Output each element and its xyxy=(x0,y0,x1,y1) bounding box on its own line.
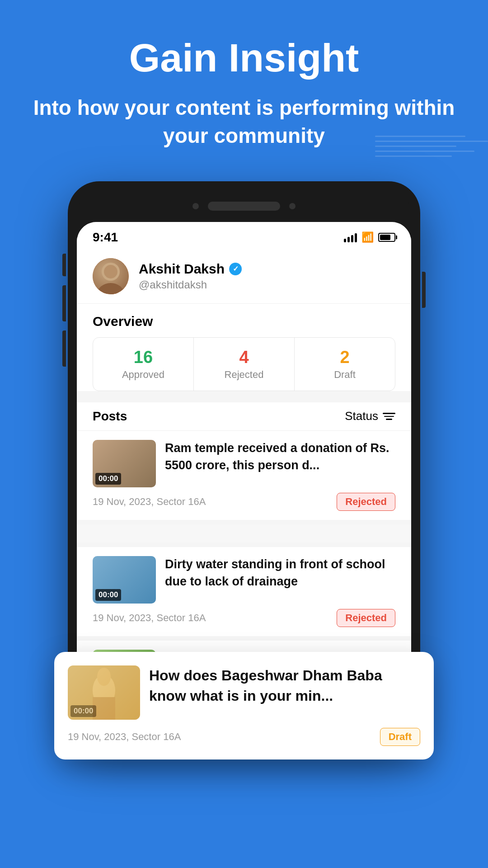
floating-meta: 19 Nov, 2023, Sector 16A Draft xyxy=(68,728,420,746)
post-thumbnail: 00:00 xyxy=(93,440,156,487)
post-title: Dirty water standing in front of school … xyxy=(165,556,395,590)
verified-badge: ✓ xyxy=(229,263,242,275)
profile-name: Akshit Daksh xyxy=(139,261,225,277)
signal-icon xyxy=(344,232,357,242)
profile-handle: @akshitdaksh xyxy=(139,278,395,291)
approved-label: Approved xyxy=(100,369,187,381)
sensor-icon xyxy=(289,203,296,209)
hero-title: Gain Insight xyxy=(27,36,461,80)
svg-point-1 xyxy=(97,283,124,294)
phone-notch xyxy=(77,190,411,222)
rejected-label: Rejected xyxy=(201,369,287,381)
post-meta: 19 Nov, 2023, Sector 16A Rejected xyxy=(93,493,395,511)
video-duration: 00:00 xyxy=(95,589,121,601)
draft-label: Draft xyxy=(301,369,388,381)
approved-count: 16 xyxy=(100,348,187,367)
profile-section: Akshit Daksh ✓ @akshitdaksh xyxy=(77,249,411,304)
status-bar: 9:41 📶 xyxy=(77,222,411,249)
post-thumbnail: 00:00 xyxy=(93,556,156,604)
stat-draft: 2 Draft xyxy=(295,338,395,391)
post-meta: 19 Nov, 2023, Sector 16A Rejected xyxy=(93,609,395,627)
svg-rect-6 xyxy=(93,697,115,720)
stats-grid: 16 Approved 4 Rejected 2 Draft xyxy=(93,337,395,391)
rejected-count: 4 xyxy=(201,348,287,367)
svg-point-2 xyxy=(104,265,117,278)
floating-thumbnail: 00:00 xyxy=(68,665,140,720)
post-info: Ram temple received a donation of Rs. 55… xyxy=(165,440,395,474)
stat-approved: 16 Approved xyxy=(93,338,194,391)
floating-post-date: 19 Nov, 2023, Sector 16A xyxy=(68,731,181,743)
svg-point-5 xyxy=(97,668,111,686)
profile-name-row: Akshit Daksh ✓ xyxy=(139,261,395,277)
hero-section: Gain Insight Into how your content is pe… xyxy=(0,0,488,168)
status-icons: 📶 xyxy=(344,231,395,243)
posts-label: Posts xyxy=(93,409,127,424)
floating-post-title: How does Bageshwar Dham Baba know what i… xyxy=(149,665,420,706)
list-item[interactable]: 00:00 Dirty water standing in front of s… xyxy=(77,547,411,636)
list-item[interactable]: 00:00 Ram temple received a donation of … xyxy=(77,431,411,520)
post-info: Dirty water standing in front of school … xyxy=(165,556,395,590)
draft-count: 2 xyxy=(301,348,388,367)
mute-button xyxy=(62,254,66,276)
overview-title: Overview xyxy=(93,314,395,329)
front-camera-icon xyxy=(192,203,199,209)
status-badge: Rejected xyxy=(337,493,395,511)
post-title: Ram temple received a donation of Rs. 55… xyxy=(165,440,395,474)
overview-section: Overview 16 Approved 4 Rejected 2 Draft xyxy=(77,304,411,391)
phone-screen: 9:41 📶 xyxy=(77,222,411,711)
battery-icon xyxy=(378,233,395,242)
floating-status-badge: Draft xyxy=(380,728,420,746)
post-date: 19 Nov, 2023, Sector 16A xyxy=(93,612,206,624)
post-date: 19 Nov, 2023, Sector 16A xyxy=(93,496,206,508)
power-button xyxy=(422,272,426,308)
volume-down-button xyxy=(62,330,66,367)
status-time: 9:41 xyxy=(93,230,118,245)
filter-label: Status xyxy=(345,409,378,423)
profile-info: Akshit Daksh ✓ @akshitdaksh xyxy=(139,261,395,291)
stat-rejected: 4 Rejected xyxy=(194,338,295,391)
floating-card[interactable]: 00:00 How does Bageshwar Dham Baba know … xyxy=(54,652,434,760)
status-filter[interactable]: Status xyxy=(345,409,395,423)
status-badge: Rejected xyxy=(337,609,395,627)
filter-icon xyxy=(383,413,395,420)
hero-subtitle: Into how your content is performing with… xyxy=(27,94,461,150)
phone-container: 9:41 📶 xyxy=(68,181,420,868)
video-duration: 00:00 xyxy=(95,473,121,485)
avatar xyxy=(93,258,129,294)
list-item-placeholder xyxy=(77,524,411,542)
posts-header: Posts Status xyxy=(77,402,411,431)
volume-up-button xyxy=(62,285,66,321)
speaker-bar xyxy=(208,202,280,211)
wifi-icon: 📶 xyxy=(361,231,374,243)
